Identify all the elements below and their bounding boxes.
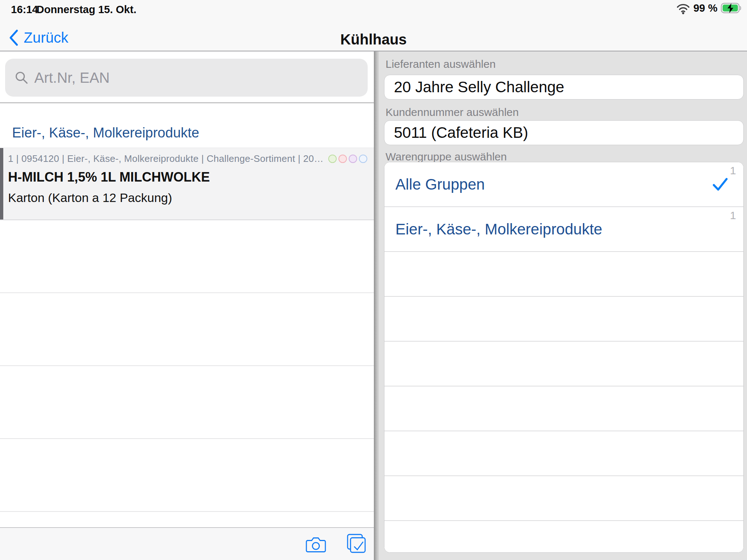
wifi-icon [676, 3, 690, 14]
battery-percent: 99 % [693, 2, 717, 14]
empty-row [384, 252, 743, 297]
page-title: Kühlhaus [0, 31, 747, 48]
status-time: 16:14 [11, 4, 38, 16]
supplier-select[interactable]: 20 Jahre Selly Challenge [384, 75, 744, 100]
filter-panel: Lieferanten auswählen 20 Jahre Selly Cha… [379, 51, 747, 560]
empty-row [0, 439, 375, 512]
search-icon [15, 71, 28, 85]
multiselect-button[interactable] [347, 534, 366, 555]
empty-row [384, 386, 743, 431]
dot-purple-icon [349, 155, 357, 163]
checkmark-icon [712, 177, 728, 191]
product-meta-row: 1 | 0954120 | Eier-, Käse-, Molkereiprod… [8, 153, 368, 164]
customer-select[interactable]: 5011 (Cafeteria KB) [384, 120, 744, 145]
empty-row [384, 476, 743, 521]
warengruppe-item-label: Alle Gruppen [395, 176, 485, 193]
warengruppe-item-eier-kaese[interactable]: 1 Eier-, Käse-, Molkereiprodukte [384, 207, 743, 252]
warengruppe-label: Warengruppe auswählen [386, 151, 507, 163]
article-list-panel: Eier-, Käse-, Molkereiprodukte 1 | 09541… [0, 51, 375, 560]
empty-row [0, 220, 375, 293]
kuehlhaus-screen: 16:14 Donnerstag 15. Okt. 99 % [0, 0, 747, 560]
search-section [0, 51, 375, 103]
dot-green-icon [328, 155, 337, 163]
customer-label: Kundennummer auswählen [386, 106, 519, 118]
empty-row [384, 521, 743, 552]
header: 16:14 Donnerstag 15. Okt. 99 % [0, 0, 747, 51]
empty-article-rows [0, 220, 375, 512]
dot-red-icon [338, 155, 347, 163]
bottom-toolbar [0, 527, 375, 560]
warengruppe-item-alle-gruppen[interactable]: 1 Alle Gruppen [384, 162, 743, 207]
product-group-header: Eier-, Käse-, Molkereiprodukte [12, 125, 199, 141]
empty-row [0, 293, 375, 366]
panel-divider [374, 51, 379, 560]
product-row[interactable]: 1 | 0954120 | Eier-, Käse-, Molkereiprod… [0, 148, 375, 220]
camera-button[interactable] [306, 536, 326, 554]
product-meta: 1 | 0954120 | Eier-, Käse-, Molkereiprod… [8, 153, 325, 164]
status-right-cluster: 99 % [676, 2, 742, 14]
dot-blue-icon [359, 155, 367, 163]
product-package: Karton (Karton a 12 Packung) [8, 191, 368, 205]
status-date: Donnerstag 15. Okt. [36, 4, 136, 16]
empty-row [384, 342, 743, 386]
empty-row [0, 366, 375, 439]
battery-charging-icon [721, 3, 742, 14]
empty-row [384, 431, 743, 476]
warengruppe-item-label: Eier-, Käse-, Molkereiprodukte [395, 221, 602, 238]
warengruppe-list: 1 Alle Gruppen 1 Eier-, Käse-, Molkereip… [384, 162, 744, 553]
product-name: H-MILCH 1,5% 1L MILCHWOLKE [8, 170, 368, 185]
item-count-badge: 1 [730, 164, 736, 177]
search-input[interactable] [34, 70, 368, 86]
supplier-label: Lieferanten auswählen [386, 58, 496, 70]
search-field[interactable] [5, 59, 368, 97]
product-status-dots [328, 155, 368, 163]
item-count-badge: 1 [730, 209, 736, 222]
empty-row [384, 297, 743, 342]
